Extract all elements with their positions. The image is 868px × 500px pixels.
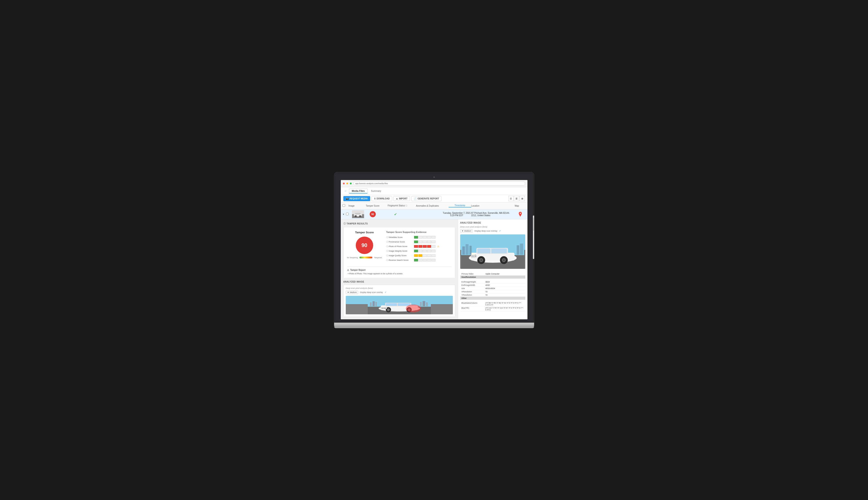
reverse-search-label: ⓘ Reverse Search Score: [386, 259, 412, 262]
overlay-check[interactable]: ✓: [499, 230, 501, 232]
back-button[interactable]: ←: [343, 188, 348, 194]
svg-rect-48: [465, 244, 468, 255]
scan-dropdown-bottom[interactable]: ▼ Medium: [346, 291, 358, 294]
view-toggle: ☷ ☰ ⊞: [508, 196, 525, 201]
image-quality-label: ⓘ Image Quality Score: [386, 254, 412, 257]
svg-rect-4: [355, 213, 361, 215]
tamper-score-section: Tamper Score 90 No Tampering Tampered: [347, 231, 382, 263]
photo-info-icon: ⓘ: [386, 245, 388, 248]
primary-make-value: Apple Computer: [484, 272, 525, 275]
svg-rect-51: [520, 243, 523, 255]
scale-right-label: Tampered: [374, 257, 382, 259]
maximize-dot[interactable]: [350, 183, 352, 184]
tab-media-files[interactable]: Media Files: [349, 189, 368, 194]
xresolution-value: 72: [484, 290, 525, 293]
photo-warning-icon: ⚠: [437, 245, 439, 248]
analyzed-image-bottom-card: Deep scan pixel analysis (beta) ▼ Medium…: [343, 285, 455, 317]
blue-matrix-value: {"0":88,"1":89,"2":90,"3":32,"4":0,"5":0…: [484, 302, 525, 306]
row-timestamp: Tuesday, September 7, 2021 5:29 PM EDT: [442, 212, 471, 217]
evidence-row-image-integrity: ⓘ Image Integrity Score: [386, 250, 452, 252]
tamper-scale: No Tampering Tampered: [347, 257, 382, 259]
webcam-icon: [433, 176, 435, 178]
exif-width-key: ExifImageWidth: [460, 283, 484, 287]
col-header-location: Location: [471, 205, 515, 207]
tamper-results-header: ⓘ TAMPER RESULTS: [343, 222, 455, 225]
image-integrity-label: ⓘ Image Integrity Score: [386, 250, 412, 252]
url-bar[interactable]: app.forensic-analysis.com/media-files: [354, 181, 525, 186]
size-table: ExifImageHeight 3024 ExifImageWidth 4032…: [460, 280, 525, 297]
exif-width-value: 4032: [484, 283, 525, 287]
bar-seg: [418, 254, 423, 257]
car-image-large: KXL 398: [460, 235, 525, 269]
screen: app.forensic-analysis.com/media-files ← …: [340, 180, 528, 320]
col-header-tamper[interactable]: Tamper Score: [366, 205, 388, 207]
import-button[interactable]: ▲ IMPORT: [393, 196, 410, 201]
row-checkbox[interactable]: [346, 212, 352, 216]
row-check[interactable]: [346, 213, 349, 215]
bar-seg: [431, 259, 436, 261]
generate-report-button[interactable]: 📄 GENERATE REPORT: [411, 196, 441, 201]
analyzed-image-bottom: ANALYZED IMAGE Deep scan pixel analysis …: [343, 281, 455, 317]
size-key: size: [460, 287, 484, 290]
blue-matrix-row: BlueMatrixColumn {"0":88,"1":89,"2":90,"…: [460, 302, 525, 306]
select-all-checkbox[interactable]: [343, 204, 349, 207]
bar-seg: [427, 254, 431, 257]
deep-scan-label-bottom: Deep scan pixel analysis (beta): [346, 287, 453, 289]
col-header-timestamp[interactable]: Timestamp: [449, 204, 471, 207]
col-header-map: Map: [515, 205, 526, 207]
bar-seg: [418, 250, 423, 252]
bar-seg: [423, 250, 427, 252]
reverse-score-bars: [414, 259, 436, 261]
car-image-svg-large: KXL 398: [460, 235, 525, 269]
provenance-score-bars: [414, 240, 436, 243]
svg-rect-26: [375, 302, 377, 306]
media-thumbnail: [352, 210, 364, 218]
toolbar: 📷 REQUEST MEDIA ⇓ DOWNLOAD ▲ IMPORT 📄 GE…: [341, 195, 528, 202]
expand-arrow[interactable]: ▼: [343, 213, 346, 216]
request-icon: 📷: [346, 197, 349, 200]
thumbnail-svg: [352, 210, 364, 218]
request-media-button[interactable]: 📷 REQUEST MEDIA: [343, 196, 370, 201]
tamper-score-circle: 90: [356, 237, 373, 254]
overlay-label-bottom: Display deep scan overlay: [360, 291, 383, 293]
metadata-score-bars: [414, 236, 436, 239]
map-pin-icon: [519, 212, 522, 217]
svg-rect-24: [370, 302, 372, 306]
media-row[interactable]: ▼: [341, 209, 528, 219]
integrity-score-bars: [414, 250, 436, 252]
scale-left-label: No Tampering: [347, 257, 358, 259]
svg-rect-27: [420, 302, 422, 306]
xresolution-row: XResolution 72: [460, 290, 525, 293]
grid-view-button[interactable]: ⊞: [520, 196, 525, 201]
fingerprint-status-icon: ✔: [394, 212, 397, 216]
bar-seg: [427, 236, 431, 239]
overlay-check-icon[interactable]: ✓: [385, 291, 386, 293]
analyzed-image-bottom-header: ANALYZED IMAGE: [343, 281, 455, 283]
photo-score-bars: [414, 245, 436, 248]
info-circle-icon: ⓘ: [343, 222, 346, 225]
download-button[interactable]: ⇓ DOWNLOAD: [371, 196, 392, 201]
tab-summary[interactable]: Summary: [368, 189, 384, 193]
photo-of-photo-label: ⓘ Photo of Photo Score: [386, 245, 412, 248]
integrity-info-icon: ⓘ: [386, 250, 388, 252]
exif-height-value: 3024: [484, 280, 525, 284]
col-header-anomalies: Anomalies & Duplicates: [416, 205, 449, 207]
list-view-button[interactable]: ☰: [514, 196, 519, 201]
blue-trc-value: {"0":112,"1":97,"2":114,"3":97,"4":0,"5"…: [484, 306, 525, 311]
bar-seg: [431, 250, 436, 252]
bar-seg: [423, 259, 427, 261]
scan-dropdown[interactable]: ▼ Medium: [460, 229, 473, 233]
header-checkbox[interactable]: [343, 204, 345, 207]
scan-chevron-icon: ▼: [462, 230, 464, 232]
exif-height-key: ExifImageHeight: [460, 280, 484, 284]
metadata-info-icon: ⓘ: [386, 236, 388, 239]
browser-bar: app.forensic-analysis.com/media-files: [341, 180, 528, 187]
list-view-icon: ☰: [516, 197, 518, 200]
laptop-shell: app.forensic-analysis.com/media-files ← …: [334, 172, 534, 328]
close-dot[interactable]: [343, 183, 345, 184]
tamper-results-panel: ⓘ TAMPER RESULTS Tamper Score 90 No Tamp…: [341, 219, 458, 319]
bar-seg: [423, 236, 427, 239]
map-view-button[interactable]: ☷: [508, 196, 513, 201]
minimize-dot[interactable]: [346, 183, 348, 184]
row-map-pin[interactable]: [515, 212, 526, 217]
